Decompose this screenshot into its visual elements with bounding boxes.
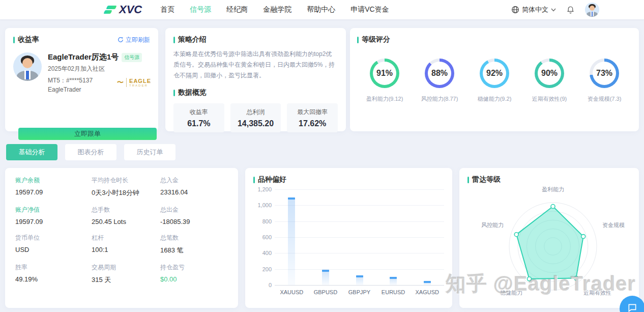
stat-value: 19597.09 xyxy=(15,218,92,225)
avatar-head xyxy=(590,6,595,11)
main-nav: 首页信号源经纪商金融学院帮助中心申请VC资金 xyxy=(160,5,389,14)
gridline xyxy=(275,237,444,238)
stat-label: 账户余额 xyxy=(15,176,92,185)
y-axis-tick: 1,000 xyxy=(253,202,272,208)
account-stat-total-trades: 总笔数1683 笔 xyxy=(160,234,228,255)
bar-XAUUSD xyxy=(288,197,295,285)
nav-item-signal-source[interactable]: 信号源 xyxy=(190,5,211,14)
rating-profitability: 91%盈利能力(9.12) xyxy=(357,59,412,103)
radar-chart-title: 雷达等级 xyxy=(467,175,631,184)
tab-basic-analysis[interactable]: 基础分析 xyxy=(6,144,57,160)
stat-value: 1683 笔 xyxy=(160,246,228,255)
rating-ring: 91% xyxy=(370,59,399,88)
bar-EURUSD xyxy=(390,277,397,285)
strategy-title: 策略介绍 xyxy=(173,35,338,44)
notification-bell-icon[interactable] xyxy=(566,6,575,14)
ratings-row: 91%盈利能力(9.12)88%风控能力(8.77)92%稳健能力(9.2)90… xyxy=(357,59,632,103)
nav-right: 简体中文 xyxy=(511,3,599,17)
follow-now-button[interactable]: 立即跟单 xyxy=(18,128,157,140)
rating-ring: 90% xyxy=(535,59,564,88)
user-avatar[interactable] xyxy=(585,3,599,17)
signal-source-badge: 信号源 xyxy=(122,53,142,62)
stat-value: -18085.39 xyxy=(160,218,228,225)
xvc-logo[interactable]: XVC xyxy=(104,3,142,16)
rating-label: 稳健能力(9.2) xyxy=(478,95,512,103)
rating-recent-effectiveness: 90%近期有效性(9) xyxy=(522,59,577,103)
language-selector[interactable]: 简体中文 xyxy=(511,5,556,14)
xvc-logo-mark xyxy=(104,5,116,14)
stat-value: 23316.04 xyxy=(160,188,228,196)
rating-percent: 91% xyxy=(376,69,393,78)
bar-rect xyxy=(288,197,295,285)
account-stat-equity: 账户净值19597.09 xyxy=(15,206,92,225)
stat-value: 0天3小时18分钟 xyxy=(92,188,160,197)
chevron-down-icon xyxy=(551,8,556,12)
analysis-tabs: 基础分析图表分析历史订单 xyxy=(6,144,175,160)
stat-label: 杠杆 xyxy=(92,234,160,242)
nav-item-help-center[interactable]: 帮助中心 xyxy=(307,5,335,14)
refresh-link[interactable]: 立即刷新 xyxy=(118,36,150,44)
account-stat-balance: 账户余额19597.09 xyxy=(15,176,92,197)
radar-polygon xyxy=(516,207,583,279)
nav-item-academy[interactable]: 金融学院 xyxy=(263,5,291,14)
account-stat-total-lots: 总手数250.45 Lots xyxy=(92,206,160,225)
bar-GBPJPY xyxy=(356,275,363,285)
x-axis-label: XAUUSD xyxy=(280,289,303,295)
account-stat-floating-pnl: 持仓盈亏$0.00 xyxy=(160,263,228,285)
x-axis-label: EURUSD xyxy=(382,289,405,295)
radar-vertex-dot xyxy=(527,277,531,281)
trader-avatar xyxy=(13,52,42,81)
tab-history-orders[interactable]: 历史订单 xyxy=(124,144,175,160)
rating-ring-hole: 91% xyxy=(373,62,396,85)
data-overview-title: 数据概览 xyxy=(173,88,338,97)
gridline xyxy=(275,285,444,286)
overview-stat-value: 61.7% xyxy=(187,119,210,128)
rating-ring: 88% xyxy=(425,59,454,88)
x-axis-label: GBPUSD xyxy=(314,289,337,295)
bar-XAGUSD xyxy=(424,281,431,285)
overview-stat-label: 收益率 xyxy=(190,108,208,117)
nav-item-vc-funding[interactable]: 申请VC资金 xyxy=(350,5,389,14)
gridline xyxy=(275,189,444,190)
bar-rect xyxy=(356,275,363,285)
stat-label: 总手数 xyxy=(92,206,160,214)
joined-date: 2025年02月加入社区 xyxy=(48,65,142,73)
stat-value: 19597.09 xyxy=(15,188,92,196)
radar-axis-label: 近期有效性 xyxy=(583,290,611,296)
stat-label: 平均持仓时长 xyxy=(92,176,160,185)
gridline xyxy=(275,253,444,253)
x-axis-label: XAGUSD xyxy=(415,289,438,295)
strategy-card: 策略介绍 本策略是在优秀信号源中筛选出具有强劲盈利能力的top2优质信号。交易品… xyxy=(165,28,346,131)
rating-percent: 92% xyxy=(486,69,503,78)
y-axis-tick: 1,200 xyxy=(253,186,272,192)
gridline xyxy=(275,205,444,206)
account-stats-grid: 账户余额19597.09平均持仓时长0天3小时18分钟总入金23316.04账户… xyxy=(5,168,238,293)
rating-percent: 73% xyxy=(596,69,612,78)
radar-vertex-dot xyxy=(514,233,518,237)
stat-value: USD xyxy=(15,246,92,253)
rating-card: 等级评分 91%盈利能力(9.12)88%风控能力(8.77)92%稳健能力(9… xyxy=(350,28,639,131)
account-stat-trading-period: 交易周期315 天 xyxy=(92,263,160,285)
tab-chart-analysis[interactable]: 图表分析 xyxy=(65,144,116,160)
avatar-head xyxy=(22,58,33,68)
rating-label: 资金规模(7.3) xyxy=(588,95,622,103)
account-stat-currency: 货币单位USD xyxy=(15,234,92,255)
chat-icon xyxy=(627,303,637,312)
eagle-logo-bottom: TRADER xyxy=(129,84,151,87)
rating-ring: 73% xyxy=(590,59,619,88)
rating-label: 盈利能力(9.12) xyxy=(366,95,403,103)
rating-capital-scale: 73%资金规模(7.3) xyxy=(577,59,632,103)
rating-ring-hole: 92% xyxy=(483,62,506,85)
bar-GBPUSD xyxy=(322,270,329,285)
refresh-label: 立即刷新 xyxy=(126,36,150,44)
overview-stat-total-profit: 总利润 14,385.20 xyxy=(230,103,281,132)
language-label: 简体中文 xyxy=(522,5,548,14)
nav-item-broker[interactable]: 经纪商 xyxy=(226,5,248,14)
account-stat-total-deposit: 总入金23316.04 xyxy=(160,176,228,197)
bar-rect xyxy=(390,277,397,285)
overview-stat-return: 收益率 61.7% xyxy=(173,103,224,132)
nav-item-home[interactable]: 首页 xyxy=(160,5,174,14)
y-axis-tick: 600 xyxy=(253,234,272,240)
bar-chart-title: 品种偏好 xyxy=(253,175,444,184)
xvc-logo-text: XVC xyxy=(119,3,142,16)
